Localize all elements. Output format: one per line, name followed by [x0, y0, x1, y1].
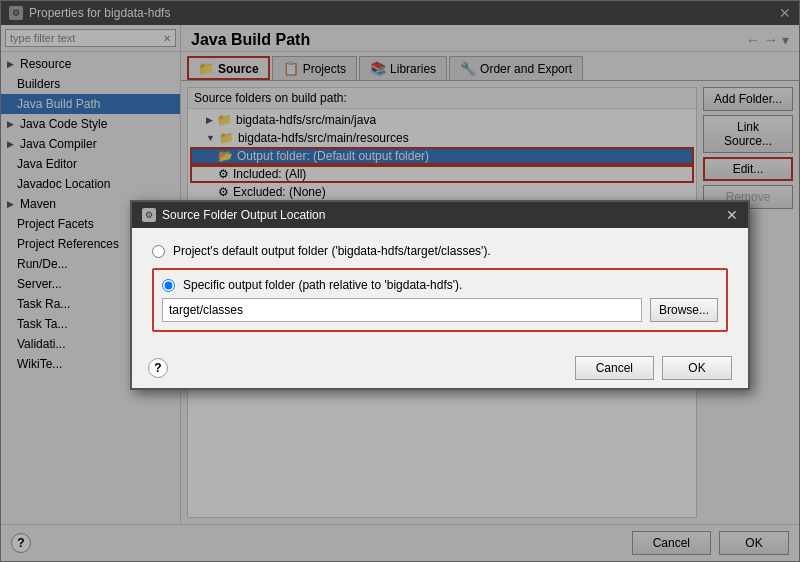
modal-help-button[interactable]: ? [148, 358, 168, 378]
source-folder-output-dialog: ⚙ Source Folder Output Location ✕ Projec… [130, 200, 750, 390]
browse-button[interactable]: Browse... [650, 298, 718, 322]
modal-footer-buttons: Cancel OK [575, 356, 732, 380]
modal-close-button[interactable]: ✕ [726, 207, 738, 223]
modal-title-left: ⚙ Source Folder Output Location [142, 208, 325, 222]
radio-default[interactable] [152, 245, 165, 258]
radio-specific-label: Specific output folder (path relative to… [183, 278, 462, 292]
radio-default-label: Project's default output folder ('bigdat… [173, 244, 491, 258]
specific-input-row: Browse... [162, 298, 718, 322]
modal-title-bar: ⚙ Source Folder Output Location ✕ [132, 202, 748, 228]
modal-icon: ⚙ [142, 208, 156, 222]
specific-path-input[interactable] [162, 298, 642, 322]
radio-default-row: Project's default output folder ('bigdat… [152, 244, 728, 258]
modal-body: Project's default output folder ('bigdat… [132, 228, 748, 348]
radio-specific[interactable] [162, 279, 175, 292]
modal-footer: ? Cancel OK [132, 348, 748, 388]
modal-ok-button[interactable]: OK [662, 356, 732, 380]
radio-specific-row: Specific output folder (path relative to… [162, 278, 718, 292]
modal-cancel-button[interactable]: Cancel [575, 356, 654, 380]
specific-section: Specific output folder (path relative to… [152, 268, 728, 332]
modal-title: Source Folder Output Location [162, 208, 325, 222]
